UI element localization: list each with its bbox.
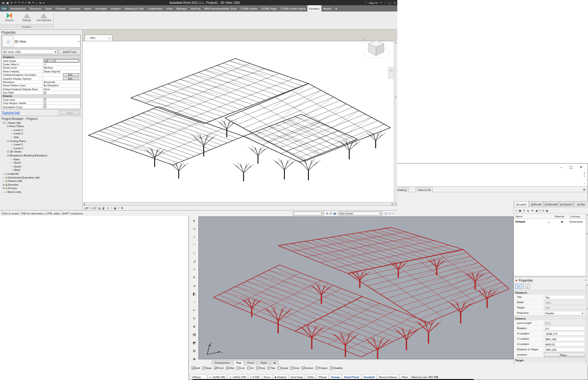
osnap-near[interactable]: Near: [202, 367, 212, 369]
section-target[interactable]: Target: [514, 357, 588, 362]
sidebar-tool-icon-14[interactable]: ▤: [190, 331, 198, 339]
layer-color-swatch[interactable]: ■: [555, 220, 569, 223]
layer-tool-icon-7[interactable]: ≡: [542, 209, 544, 212]
ribbon-tab-core-apps[interactable]: CORE Apps: [259, 5, 279, 12]
layer-tool-icon-0[interactable]: □: [515, 209, 517, 212]
panel-tab-libraries[interactable]: ▣Libraries: [559, 201, 574, 207]
viewport-properties-button[interactable]: ▭: [515, 284, 522, 289]
property-value[interactable]: [43, 92, 80, 94]
checkbox[interactable]: ✓: [192, 367, 195, 369]
tree-item-families[interactable]: ⊞▣Families: [0, 183, 82, 187]
property-value[interactable]: Edit...: [43, 73, 80, 76]
checkbox[interactable]: ✓: [226, 367, 229, 369]
view-control-icon-4[interactable]: ▣: [114, 206, 117, 210]
tree-item-elevations-building-elevation-[interactable]: ⊟Elevations (Building Elevation): [0, 154, 82, 157]
view-instance-combo[interactable]: 3D View: {3D} ▾: [1, 49, 58, 54]
tree-expander-icon[interactable]: ⊟: [2, 121, 5, 124]
qat-icon-7[interactable]: ⚑: [28, 1, 30, 4]
checkbox[interactable]: [268, 367, 270, 369]
document-tab-3d[interactable]: ⌂ {3D} ✕: [85, 35, 112, 41]
edit-type-button[interactable]: ▦ Edit Type: [59, 49, 81, 54]
property-group-extents[interactable]: Extents: [2, 95, 80, 98]
properties-scrollbar[interactable]: ▲▼: [586, 284, 588, 365]
panel-tab-render[interactable]: ▣Render: [529, 201, 544, 207]
property-value[interactable]: Show Original: [43, 70, 80, 73]
ribbon-tab-annotate[interactable]: Annotate: [93, 5, 109, 12]
qat-icon-1[interactable]: ▦: [6, 1, 9, 4]
tree-item-views-all-[interactable]: ⊟◫Views (all): [0, 121, 82, 125]
layer-linetype[interactable]: Continuous: [569, 220, 583, 223]
ribbon-tab-manage[interactable]: Manage: [174, 5, 189, 12]
checkbox[interactable]: [202, 367, 205, 369]
osnap-vertex[interactable]: ✓Vertex: [302, 367, 313, 369]
tree-item-level-2[interactable]: —Level 2: [0, 146, 82, 150]
current-layer-check-icon[interactable]: ✓: [543, 220, 555, 224]
layer-name[interactable]: Default: [514, 220, 543, 223]
ribbon-tab-core-studio-alpha[interactable]: CORE studio Alpha: [279, 5, 307, 12]
qat-icon-9[interactable]: ◇: [36, 1, 38, 4]
revit-close-button[interactable]: ✕: [393, 1, 396, 4]
view-control-icon-5[interactable]: ⌗: [118, 206, 119, 210]
sidebar-tool-icon-8[interactable]: ⌀: [190, 282, 198, 290]
tree-item-3d-views[interactable]: ⊞3D Views: [0, 150, 82, 154]
view-control-icon-1[interactable]: ◧: [102, 206, 105, 210]
view-control-icon-2[interactable]: ☀: [107, 206, 109, 210]
panel-tab-help[interactable]: ▣Help: [574, 201, 588, 207]
tree-item-south[interactable]: —South: [0, 165, 82, 168]
status-filter-icon-2[interactable]: ✓: [392, 212, 395, 215]
viewport-tab-perspective[interactable]: Perspective: [212, 360, 233, 365]
qat-icon-2[interactable]: ↻: [10, 1, 12, 4]
property-value[interactable]: [43, 106, 80, 108]
type-selector[interactable]: ⌂ 3D View ▾: [1, 35, 81, 48]
osnap-knot[interactable]: Knot: [290, 367, 299, 369]
panel-tab-materials[interactable]: ▣Materials: [544, 201, 559, 207]
ribbon-tab-bim-interoperability-tools[interactable]: BIM Interoperability Tools: [202, 5, 238, 12]
scroll-down-icon[interactable]: ▼: [583, 175, 586, 178]
sidebar-tool-icon-11[interactable]: ✂: [190, 306, 198, 314]
status-filter-icon-1[interactable]: ▽: [389, 212, 391, 215]
view-control-icon-6[interactable]: ⚑: [121, 206, 123, 210]
apply-button[interactable]: Apply: [59, 110, 80, 115]
ribbon-tab-overflow-icon[interactable]: ▾: [333, 5, 339, 12]
tree-expander-icon[interactable]: ⊟: [6, 140, 10, 142]
panel-tab-layers[interactable]: ▣Layers: [514, 201, 529, 207]
layer-tool-icon-4[interactable]: ▼: [531, 209, 534, 212]
checkbox[interactable]: [44, 106, 46, 108]
osnap-point[interactable]: ✓Point: [214, 367, 224, 369]
edit-button[interactable]: Edit...: [63, 77, 79, 80]
viewport-tab-right[interactable]: Right: [257, 360, 270, 365]
prop-value[interactable]: 7681.239: [544, 347, 585, 352]
sidebar-tool-icon-4[interactable]: □: [190, 249, 198, 257]
rhino-command-scrollbar[interactable]: ▲ ▼ ▪: [582, 171, 587, 186]
toolbar-tab-new-in-v6[interactable]: New in V6: [416, 187, 433, 192]
ribbon-tab-architecture[interactable]: Architecture: [9, 5, 28, 12]
tree-expander-icon[interactable]: ⊞: [2, 183, 5, 186]
ribbon-button-settings[interactable]: Settings: [19, 12, 35, 24]
osnap-end[interactable]: ✓End: [192, 367, 200, 369]
ribbon-tab-modify[interactable]: Modify: [321, 5, 334, 12]
checkbox[interactable]: [247, 367, 250, 369]
property-value[interactable]: Structural: [43, 81, 80, 83]
ribbon-button-join-selected[interactable]: Join Selected: [36, 12, 51, 24]
tree-item-revit-links[interactable]: —∞Revit Links: [0, 190, 82, 194]
tree-item-level-1[interactable]: —Level 1: [0, 142, 82, 146]
layer-tool-icon-2[interactable]: ✕: [523, 209, 525, 212]
tree-item-west[interactable]: —West: [0, 168, 82, 172]
ribbon-tab-massing-site[interactable]: Massing & Site: [122, 5, 146, 12]
status-icon-2[interactable]: ▦: [333, 212, 336, 215]
zoom-icon[interactable]: ⌕: [388, 73, 393, 79]
object-properties-button[interactable]: ▢: [523, 284, 530, 289]
properties-help-link[interactable]: Properties help: [2, 111, 20, 114]
rhino-minimize-button[interactable]: –: [560, 165, 562, 169]
sidebar-tool-icon-7[interactable]: ✎: [190, 273, 198, 282]
section-camera[interactable]: Camera: [514, 316, 588, 321]
osnap-disable[interactable]: Disable: [330, 367, 343, 369]
layer-tool-icon-5[interactable]: ◀: [535, 209, 538, 212]
tree-item-legends[interactable]: —▤Legends: [0, 172, 82, 176]
prop-value[interactable]: 4693.03: [544, 342, 585, 346]
ribbon-tab-structure[interactable]: Structure: [28, 5, 43, 12]
checkbox[interactable]: [316, 367, 318, 369]
layer-tool-icon-1[interactable]: ▣: [519, 209, 522, 212]
edit-button[interactable]: Edit...: [63, 73, 79, 76]
property-value[interactable]: Edit...: [43, 77, 80, 80]
